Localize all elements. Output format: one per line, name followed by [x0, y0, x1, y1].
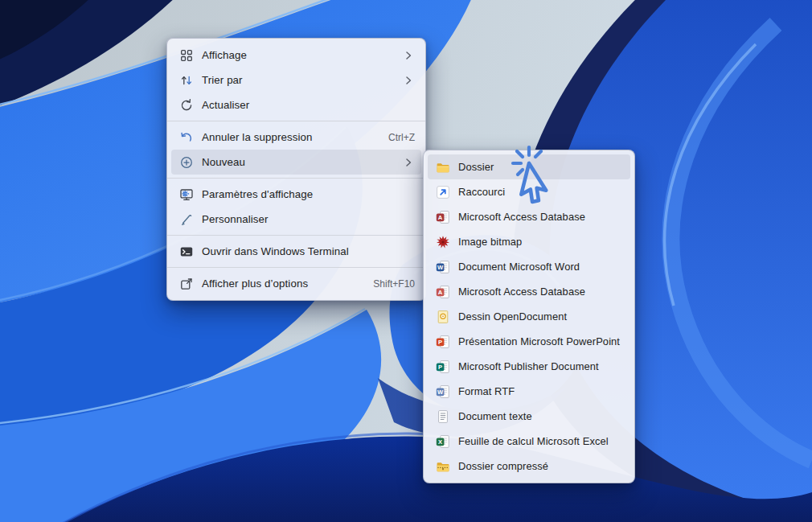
menu-item-label: Présentation Microsoft PowerPoint: [458, 335, 627, 347]
shortcut-label: Ctrl+Z: [388, 132, 415, 143]
menu-item-trier-par[interactable]: Trier par: [171, 68, 421, 92]
submenu-item-format-rtf[interactable]: WFormat RTF: [428, 379, 630, 404]
textdoc-icon: [436, 409, 450, 424]
context-menu: AffichageTrier parActualiserAnnuler la s…: [166, 38, 426, 301]
menu-item-label: Document Microsoft Word: [458, 261, 627, 273]
menu-item-affichage[interactable]: Affichage: [171, 43, 421, 68]
submenu-item-microsoft-access-database[interactable]: AMicrosoft Access Database: [428, 279, 630, 304]
submenu-item-dossier-compresse[interactable]: Dossier compressé: [428, 454, 630, 479]
personalize-icon: [179, 212, 194, 227]
shortcut-icon: [436, 185, 450, 199]
submenu-item-dessin-opendocument[interactable]: Dessin OpenDocument: [428, 304, 630, 329]
menu-item-label: Document texte: [458, 410, 627, 422]
menu-separator: [167, 178, 425, 179]
undo-icon: [179, 130, 194, 145]
display-icon: [179, 187, 194, 202]
menu-item-afficher-plus-d-options[interactable]: Afficher plus d’optionsShift+F10: [171, 271, 421, 296]
zipfolder-icon: [436, 459, 450, 474]
powerpoint-icon: P: [436, 335, 450, 349]
svg-text:W: W: [437, 388, 444, 395]
grid-icon: [179, 48, 194, 63]
menu-item-label: Dessin OpenDocument: [458, 310, 627, 323]
submenu-item-document-microsoft-word[interactable]: WDocument Microsoft Word: [428, 254, 630, 279]
publisher-icon: P: [436, 360, 450, 374]
menu-item-label: Affichage: [202, 49, 396, 61]
menu-separator: [167, 267, 425, 268]
refresh-icon: [179, 98, 194, 113]
chevron-right-icon: [402, 49, 415, 62]
menu-item-label: Ouvrir dans Windows Terminal: [202, 245, 415, 257]
svg-text:A: A: [438, 213, 443, 220]
menu-item-annuler-la-suppression[interactable]: Annuler la suppressionCtrl+Z: [171, 125, 421, 150]
shortcut-label: Shift+F10: [373, 278, 415, 290]
svg-text:A: A: [438, 288, 443, 295]
bitmap-icon: [436, 235, 450, 249]
word-icon: W: [436, 260, 450, 274]
submenu-item-presentation-microsoft-powerpoint[interactable]: PPrésentation Microsoft PowerPoint: [428, 329, 630, 354]
menu-item-personnaliser[interactable]: Personnaliser: [171, 207, 421, 232]
menu-item-actualiser[interactable]: Actualiser: [171, 92, 421, 117]
menu-item-label: Actualiser: [202, 99, 415, 111]
menu-item-label: Microsoft Publisher Document: [458, 360, 627, 372]
submenu-item-document-texte[interactable]: Document texte: [428, 404, 630, 429]
submenu-item-image-bitmap[interactable]: Image bitmap: [428, 229, 630, 254]
menu-item-label: Microsoft Access Database: [458, 211, 627, 223]
menu-item-label: Dossier compressé: [458, 460, 627, 472]
menu-item-label: Personnaliser: [202, 213, 415, 225]
rtf-icon: W: [436, 384, 450, 399]
chevron-right-icon: [402, 156, 415, 169]
menu-item-label: Nouveau: [202, 156, 396, 168]
svg-text:P: P: [438, 338, 442, 345]
menu-item-parametres-d-affichage[interactable]: Paramètres d'affichage: [171, 182, 421, 207]
svg-text:W: W: [437, 263, 444, 270]
svg-text:X: X: [438, 438, 442, 445]
menu-item-label: Feuille de calcul Microsoft Excel: [458, 435, 627, 447]
menu-item-label: Paramètres d'affichage: [202, 188, 415, 200]
menu-item-label: Format RTF: [458, 385, 627, 397]
menu-item-label: Annuler la suppression: [202, 131, 379, 143]
access-icon: A: [436, 210, 450, 224]
menu-item-label: Microsoft Access Database: [458, 286, 627, 298]
menu-separator: [167, 235, 425, 236]
chevron-right-icon: [402, 74, 415, 87]
menu-item-nouveau[interactable]: Nouveau: [171, 150, 421, 175]
menu-separator: [167, 121, 425, 121]
svg-text:P: P: [438, 363, 442, 370]
more-icon: [179, 277, 194, 291]
excel-icon: X: [436, 434, 450, 449]
sort-icon: [179, 73, 194, 88]
submenu-item-microsoft-publisher-document[interactable]: PMicrosoft Publisher Document: [428, 354, 630, 379]
menu-item-label: Trier par: [202, 74, 396, 86]
menu-item-label: Afficher plus d’options: [202, 277, 363, 290]
folder-icon: [436, 160, 450, 175]
access2-icon: A: [436, 285, 450, 299]
submenu-item-feuille-de-calcul-microsoft-excel[interactable]: XFeuille de calcul Microsoft Excel: [428, 429, 630, 454]
odg-icon: [436, 310, 450, 324]
terminal-icon: [179, 245, 194, 259]
menu-item-ouvrir-dans-windows-terminal[interactable]: Ouvrir dans Windows Terminal: [171, 239, 421, 264]
new-icon: [179, 155, 194, 170]
menu-item-label: Image bitmap: [458, 236, 627, 248]
cursor-click-annotation: [507, 142, 575, 212]
